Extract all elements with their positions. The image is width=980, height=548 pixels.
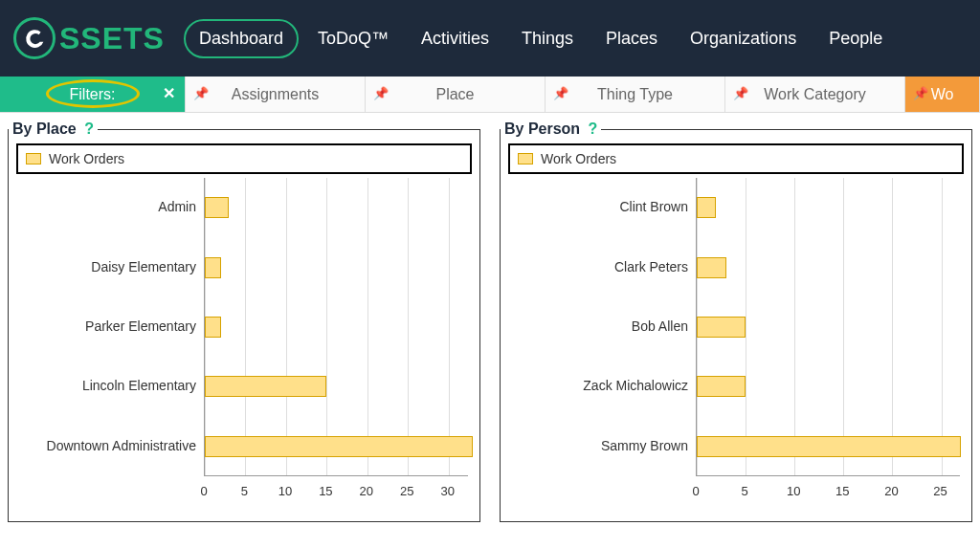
tab-thing-type[interactable]: 📌 Thing Type	[546, 77, 725, 113]
legend-label: Work Orders	[541, 151, 616, 166]
axis-tick: 25	[400, 484, 413, 498]
tab-label: Assignments	[232, 86, 320, 103]
filters-tab[interactable]: Filters: ✕	[0, 77, 186, 113]
close-icon[interactable]: ✕	[163, 84, 175, 102]
tab-place[interactable]: 📌 Place	[366, 77, 546, 113]
plot-area	[204, 178, 468, 476]
bar[interactable]	[205, 376, 326, 397]
category-label: Admin	[158, 199, 196, 214]
bar[interactable]	[205, 257, 221, 278]
dashboard-panels: By Place ? Work Orders AdminDaisy Elemen…	[0, 113, 980, 530]
bar[interactable]	[205, 197, 229, 218]
axis-tick: 20	[884, 484, 898, 498]
logo-icon	[13, 17, 56, 59]
bar[interactable]	[205, 317, 221, 338]
category-label: Downtown Administrative	[47, 438, 196, 453]
bar[interactable]	[697, 317, 746, 338]
tab-assignments[interactable]: 📌 Assignments	[186, 77, 366, 113]
pin-icon: 📌	[373, 86, 389, 100]
tab-label: Wo	[931, 86, 954, 103]
category-label: Lincoln Elementary	[82, 378, 196, 393]
help-icon[interactable]: ?	[589, 121, 598, 137]
nav-dashboard[interactable]: Dashboard	[184, 19, 299, 58]
axis-tick: 10	[278, 484, 292, 498]
category-label: Daisy Elementary	[91, 259, 196, 274]
tab-label: Place	[435, 86, 474, 103]
panel-by-place: By Place ? Work Orders AdminDaisy Elemen…	[8, 121, 480, 522]
bar[interactable]	[697, 436, 961, 457]
legend-swatch-icon	[26, 153, 41, 164]
brand-name: SSETS	[59, 21, 165, 56]
pin-icon: 📌	[553, 86, 568, 100]
axis-tick: 10	[787, 484, 800, 498]
highlight-ring-icon	[46, 79, 140, 108]
tab-label: Thing Type	[597, 86, 673, 103]
panel-title-text: By Person	[504, 121, 580, 137]
axis-tick: 0	[200, 484, 207, 498]
nav-places[interactable]: Places	[592, 21, 671, 56]
axis-tick: 5	[241, 484, 248, 498]
top-nav: SSETS Dashboard ToDoQ™ Activities Things…	[0, 0, 980, 77]
bar[interactable]	[697, 197, 716, 218]
axis-tick: 15	[319, 484, 332, 498]
category-label: Parker Elementary	[85, 318, 196, 334]
category-label: Bob Allen	[632, 318, 688, 334]
panel-title: By Place ?	[9, 121, 98, 138]
chart-by-person: Clint BrownClark PetersBob AllenZack Mic…	[512, 178, 960, 503]
tab-work[interactable]: 📌 Wo	[905, 77, 980, 113]
pin-icon: 📌	[913, 86, 928, 100]
nav-people[interactable]: People	[815, 21, 896, 56]
bar[interactable]	[697, 376, 746, 397]
legend-swatch-icon	[518, 153, 533, 164]
axis-tick: 25	[933, 484, 947, 498]
axis-tick: 30	[441, 484, 455, 498]
bar[interactable]	[205, 436, 473, 457]
chart-legend[interactable]: Work Orders	[508, 143, 964, 174]
nav-organizations[interactable]: Organizations	[677, 21, 810, 56]
plot-area	[696, 178, 960, 476]
filter-tabs: Filters: ✕ 📌 Assignments 📌 Place 📌 Thing…	[0, 77, 980, 113]
nav-todoq[interactable]: ToDoQ™	[304, 21, 402, 56]
category-label: Zack Michalowicz	[583, 378, 688, 393]
category-label: Clint Brown	[619, 199, 688, 214]
bar[interactable]	[697, 257, 726, 278]
tab-work-category[interactable]: 📌 Work Category	[725, 77, 905, 113]
pin-icon: 📌	[193, 86, 209, 100]
chart-by-place: AdminDaisy ElementaryParker ElementaryLi…	[20, 178, 468, 503]
panel-title: By Person ?	[501, 121, 601, 138]
nav-activities[interactable]: Activities	[408, 21, 502, 56]
tab-label: Work Category	[764, 86, 865, 103]
help-icon[interactable]: ?	[84, 121, 94, 137]
panel-title-text: By Place	[12, 121, 77, 137]
panel-by-person: By Person ? Work Orders Clint BrownClark…	[500, 121, 972, 522]
legend-label: Work Orders	[49, 151, 124, 166]
category-label: Sammy Brown	[601, 438, 688, 453]
brand-logo[interactable]: SSETS	[13, 17, 165, 59]
axis-tick: 5	[741, 484, 747, 498]
chart-legend[interactable]: Work Orders	[16, 143, 472, 174]
pin-icon: 📌	[733, 86, 748, 100]
nav-things[interactable]: Things	[508, 21, 587, 56]
category-label: Clark Peters	[614, 259, 688, 274]
axis-tick: 20	[360, 484, 373, 498]
axis-tick: 0	[692, 484, 699, 498]
axis-tick: 15	[835, 484, 849, 498]
